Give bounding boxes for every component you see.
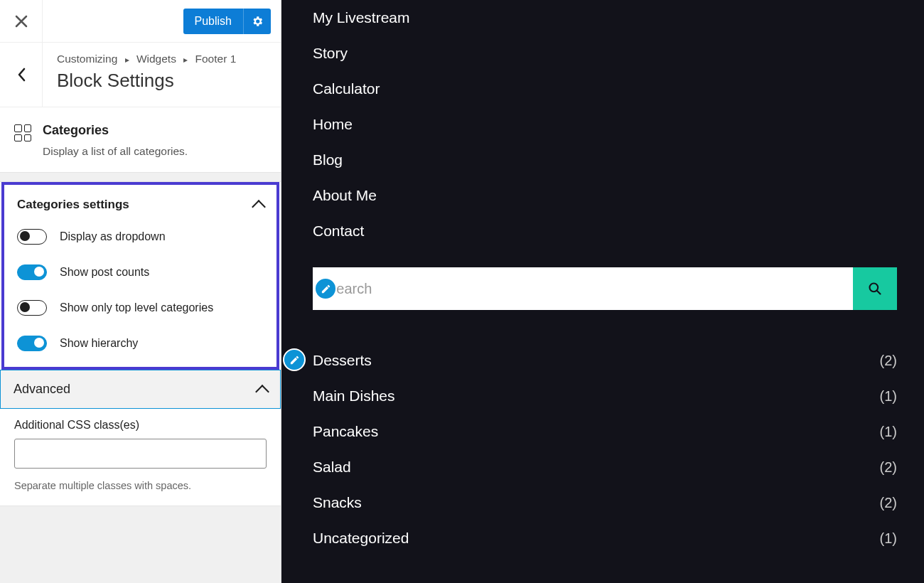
search-button[interactable] — [853, 267, 897, 310]
advanced-panel: Advanced — [0, 370, 281, 409]
category-name: Snacks — [313, 494, 362, 511]
publish-settings-button[interactable] — [243, 9, 271, 34]
nav-link[interactable]: Home — [313, 107, 897, 142]
crumb-customizing: Customizing — [57, 53, 117, 65]
breadcrumb-row: Customizing ▸ Widgets ▸ Footer 1 Block S… — [0, 43, 281, 107]
chevron-left-icon — [17, 68, 26, 82]
toggle-label: Show hierarchy — [60, 337, 138, 350]
gear-icon — [251, 15, 264, 28]
search-input[interactable] — [313, 267, 853, 310]
css-class-input[interactable] — [14, 439, 267, 469]
category-count: (1) — [880, 530, 897, 547]
breadcrumb: Customizing ▸ Widgets ▸ Footer 1 Block S… — [43, 43, 250, 105]
chevron-up-icon — [252, 200, 266, 214]
category-link[interactable]: Salad(2) — [313, 449, 897, 485]
search-widget — [313, 267, 897, 310]
category-link[interactable]: Uncategorized(1) — [313, 520, 897, 556]
edit-widget-button[interactable] — [283, 348, 306, 371]
categories-block-icon — [14, 124, 31, 141]
nav-link[interactable]: My Livestream — [313, 0, 897, 36]
css-class-field-group: Additional CSS class(es) — [0, 409, 281, 476]
close-button[interactable] — [0, 0, 43, 43]
nav-link[interactable]: Story — [313, 36, 897, 71]
css-class-label: Additional CSS class(es) — [14, 419, 267, 432]
toggle-row: Show hierarchy — [4, 326, 276, 367]
publish-group: Publish — [183, 9, 271, 34]
category-count: (2) — [880, 459, 897, 476]
toggle-row: Show only top level categories — [4, 290, 276, 326]
categories-widget: Desserts(2)Main Dishes(1)Pancakes(1)Sala… — [313, 343, 897, 556]
edit-widget-button[interactable] — [314, 277, 337, 300]
breadcrumb-path: Customizing ▸ Widgets ▸ Footer 1 — [57, 53, 236, 65]
category-count: (2) — [880, 353, 897, 369]
toggle-2[interactable] — [17, 300, 47, 316]
toggle-0[interactable] — [17, 229, 47, 245]
category-name: Main Dishes — [313, 387, 395, 405]
crumb-footer: Footer 1 — [195, 53, 237, 65]
category-count: (1) — [880, 424, 897, 440]
category-link[interactable]: Snacks(2) — [313, 485, 897, 520]
block-description: Display a list of all categories. — [43, 145, 188, 158]
nav-link[interactable]: Calculator — [313, 71, 897, 107]
category-name: Desserts — [313, 352, 372, 369]
pencil-icon — [289, 355, 300, 365]
category-link[interactable]: Pancakes(1) — [313, 414, 897, 449]
panel-gap — [0, 172, 281, 182]
toggle-label: Show post counts — [60, 266, 149, 279]
nav-link[interactable]: About Me — [313, 178, 897, 213]
categories-settings-panel: Categories settings Display as dropdown … — [1, 182, 279, 370]
page-title: Block Settings — [57, 70, 236, 92]
crumb-widgets: Widgets — [136, 53, 176, 65]
customizer-sidebar: Publish Customizing ▸ Widgets ▸ Footer 1… — [0, 0, 281, 583]
category-name: Salad — [313, 459, 351, 476]
category-count: (1) — [880, 388, 897, 405]
toggle-row: Display as dropdown — [4, 219, 276, 255]
toggle-1[interactable] — [17, 264, 47, 280]
block-header: Categories Display a list of all categor… — [0, 107, 281, 172]
pencil-icon — [321, 284, 331, 294]
category-link[interactable]: Desserts(2) — [313, 343, 897, 378]
search-icon — [868, 282, 882, 296]
crumb-separator: ▸ — [183, 55, 188, 65]
footer-nav: My LivestreamStoryCalculatorHomeBlogAbou… — [313, 0, 897, 249]
nav-link[interactable]: Contact — [313, 213, 897, 249]
advanced-title: Advanced — [14, 382, 70, 397]
site-preview: My LivestreamStoryCalculatorHomeBlogAbou… — [281, 0, 924, 583]
sidebar-bottom — [0, 506, 281, 583]
toggle-label: Show only top level categories — [60, 301, 213, 314]
publish-button[interactable]: Publish — [183, 9, 243, 34]
category-name: Uncategorized — [313, 530, 409, 547]
block-title: Categories — [43, 123, 188, 138]
categories-settings-header[interactable]: Categories settings — [4, 185, 276, 219]
back-button[interactable] — [0, 43, 43, 107]
nav-link[interactable]: Blog — [313, 142, 897, 178]
panel-title: Categories settings — [17, 198, 129, 212]
category-link[interactable]: Main Dishes(1) — [313, 378, 897, 414]
chevron-up-icon — [255, 385, 269, 399]
category-name: Pancakes — [313, 423, 378, 440]
advanced-header[interactable]: Advanced — [1, 370, 280, 408]
css-class-help: Separate multiple classes with spaces. — [0, 476, 281, 506]
toggle-label: Display as dropdown — [60, 230, 166, 243]
toggle-row: Show post counts — [4, 255, 276, 290]
toggle-3[interactable] — [17, 336, 47, 351]
crumb-separator: ▸ — [125, 55, 129, 65]
topbar: Publish — [0, 0, 281, 43]
category-count: (2) — [880, 495, 897, 511]
close-icon — [15, 15, 28, 28]
